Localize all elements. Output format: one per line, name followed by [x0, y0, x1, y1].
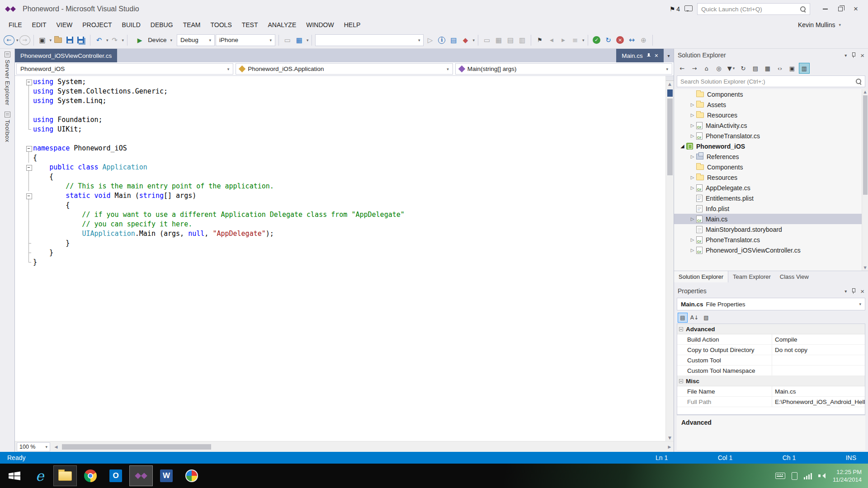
indent-button[interactable]: ▤ — [505, 34, 516, 46]
info-button[interactable]: i — [436, 34, 447, 46]
tree-item-assets[interactable]: ▷Assets — [674, 99, 868, 110]
outdent-button[interactable]: ▥ — [517, 34, 528, 46]
tree-item-phoneword-iosviewcontroller-cs[interactable]: ▷Phoneword_iOSViewController.cs — [674, 245, 868, 255]
quick-launch-input[interactable] — [701, 6, 797, 13]
code-lines[interactable]: using System;using System.Collections.Ge… — [25, 76, 665, 441]
property-value[interactable]: E:\Phoneword_iOS_Android_Hello — [772, 397, 865, 407]
code-editor[interactable]: using System;using System.Collections.Ge… — [15, 76, 674, 441]
uncomment-button[interactable]: ▦ — [493, 34, 504, 46]
navigate-forward-button[interactable]: → — [19, 35, 30, 45]
error-list-button[interactable]: × — [615, 34, 626, 46]
solution-search-box[interactable] — [677, 75, 865, 87]
start-button[interactable] — [3, 465, 26, 486]
feedback-button[interactable] — [684, 5, 693, 13]
horizontal-scroll-thumb[interactable] — [62, 444, 211, 450]
open-file-button[interactable] — [52, 34, 63, 46]
taskbar-file-explorer[interactable] — [53, 465, 77, 486]
se-view-code-button[interactable]: ‹› — [774, 63, 785, 74]
tree-expander-icon[interactable]: ◢ — [679, 143, 686, 149]
close-panel-icon[interactable]: × — [860, 287, 864, 295]
collapse-category-icon[interactable] — [679, 379, 683, 383]
taskbar-clock[interactable]: 12:25 PM 11/24/2014 — [833, 468, 862, 483]
property-value[interactable] — [772, 355, 865, 365]
new-project-caret-icon[interactable]: ▾ — [50, 38, 52, 42]
scroll-up-icon[interactable]: ▲ — [666, 82, 674, 86]
tree-item-phoneword-ios[interactable]: ◢Phoneword_iOS — [674, 141, 868, 151]
tree-item-components[interactable]: Components — [674, 162, 868, 172]
tree-expander-icon[interactable]: ▷ — [689, 175, 696, 180]
se-sync-with-active-document-button[interactable]: ↻ — [738, 63, 749, 74]
tree-item-references[interactable]: ▷References — [674, 151, 868, 162]
type-dropdown[interactable]: Phoneword_iOS.Application ▾ — [236, 63, 453, 75]
menu-item-project[interactable]: PROJECT — [77, 18, 117, 32]
pin-icon[interactable] — [646, 53, 651, 58]
taskbar-internet-explorer[interactable]: e — [28, 465, 52, 486]
menu-item-window[interactable]: WINDOW — [301, 18, 339, 32]
solution-search-input[interactable] — [680, 78, 853, 85]
se-preview-selected-items-button[interactable]: ▥ — [799, 63, 810, 74]
redo-button[interactable]: ↷ — [109, 34, 120, 46]
tab-phoneword-iosviewcontroller-cs[interactable]: Phoneword_iOSViewController.cs — [15, 49, 117, 62]
fold-collapse-icon[interactable] — [25, 163, 33, 172]
horizontal-scrollbar[interactable]: 100 % ▾ ◀ ▶ — [15, 441, 674, 452]
scroll-right-icon[interactable]: ▶ — [665, 445, 674, 449]
tree-expander-icon[interactable]: ▷ — [689, 123, 696, 128]
tree-item-resources[interactable]: ▷Resources — [674, 110, 868, 120]
redo-caret-icon[interactable]: ▾ — [122, 38, 124, 42]
tree-item-components[interactable]: Components — [674, 89, 868, 99]
se-forward-button[interactable]: → — [689, 63, 700, 74]
property-value[interactable]: Main.cs — [772, 386, 865, 396]
tree-item-mainstoryboard-storyboard[interactable]: MainStoryboard.storyboard — [674, 224, 868, 235]
new-project-button[interactable]: ▣ — [37, 34, 48, 46]
tree-item-phonetranslator-cs[interactable]: ▷PhoneTranslator.cs — [674, 235, 868, 245]
menu-item-view[interactable]: VIEW — [51, 18, 77, 32]
fold-collapse-icon[interactable] — [25, 77, 33, 87]
property-value[interactable] — [772, 366, 865, 375]
start-debugging-button[interactable]: ▶ Device ▾ — [131, 34, 176, 46]
scroll-down-icon[interactable]: ▼ — [862, 266, 868, 270]
tree-expander-icon[interactable]: ▷ — [689, 133, 696, 138]
device-icon[interactable] — [792, 472, 797, 480]
save-all-button[interactable] — [76, 34, 87, 46]
tree-scroll-thumb[interactable] — [863, 95, 868, 195]
highlight-button[interactable]: ◆ — [460, 34, 471, 46]
menu-item-build[interactable]: BUILD — [117, 18, 146, 32]
tree-item-main-cs[interactable]: ▷Main.cs — [674, 214, 868, 224]
run-tests-button[interactable]: ▷ — [425, 34, 435, 46]
bookmark-caret-icon[interactable]: ▾ — [582, 38, 585, 42]
device-platform-combo[interactable]: iPhone ▾ — [216, 34, 275, 46]
build-tool-caret-icon[interactable]: ▾ — [307, 38, 309, 42]
tree-expander-icon[interactable]: ▷ — [689, 248, 696, 253]
fold-collapse-icon[interactable] — [25, 144, 33, 153]
menu-item-tools[interactable]: TOOLS — [206, 18, 237, 32]
close-panel-icon[interactable]: × — [860, 52, 864, 59]
panel-tab-solution-explorer[interactable]: Solution Explorer — [674, 271, 728, 282]
se-properties-button[interactable]: ▣ — [787, 63, 797, 74]
sidebar-tab-server-explorer[interactable]: Server Explorer — [4, 52, 11, 105]
extensions-button[interactable]: ⊕ — [638, 34, 649, 46]
vertical-scrollbar[interactable]: ▲ ▼ — [665, 76, 674, 441]
highlight-caret-icon[interactable]: ▾ — [472, 38, 475, 42]
close-button[interactable]: × — [848, 3, 863, 15]
property-category-misc[interactable]: Misc — [677, 376, 865, 386]
menu-item-edit[interactable]: EDIT — [27, 18, 52, 32]
se-scope-to-this-button[interactable]: ◎ — [713, 63, 724, 74]
se-back-button[interactable]: ← — [677, 63, 688, 74]
property-row-custom-tool[interactable]: Custom Tool — [677, 355, 865, 366]
alphabetical-button[interactable]: A↓ — [689, 313, 699, 323]
property-row-custom-tool-namespace[interactable]: Custom Tool Namespace — [677, 366, 865, 376]
taskbar-chrome[interactable] — [79, 465, 102, 486]
project-dropdown[interactable]: Phoneword_iOS ▾ — [16, 63, 233, 75]
touch-keyboard-icon[interactable] — [775, 473, 785, 479]
volume-icon[interactable] — [818, 472, 826, 479]
zoom-dropdown[interactable]: 100 % ▾ — [17, 442, 50, 451]
scroll-up-icon[interactable]: ▲ — [862, 90, 868, 94]
member-dropdown[interactable]: Main(string[] args) ▾ — [455, 63, 672, 75]
solution-configuration-combo[interactable]: Debug ▾ — [177, 34, 215, 46]
menu-item-debug[interactable]: DEBUG — [146, 18, 178, 32]
menu-item-analyze[interactable]: ANALYZE — [263, 18, 302, 32]
property-pages-button[interactable]: ▧ — [701, 313, 711, 323]
taskbar-app[interactable] — [180, 465, 203, 486]
property-row-file-name[interactable]: File NameMain.cs — [677, 386, 865, 397]
property-value[interactable]: Do not copy — [772, 345, 865, 355]
